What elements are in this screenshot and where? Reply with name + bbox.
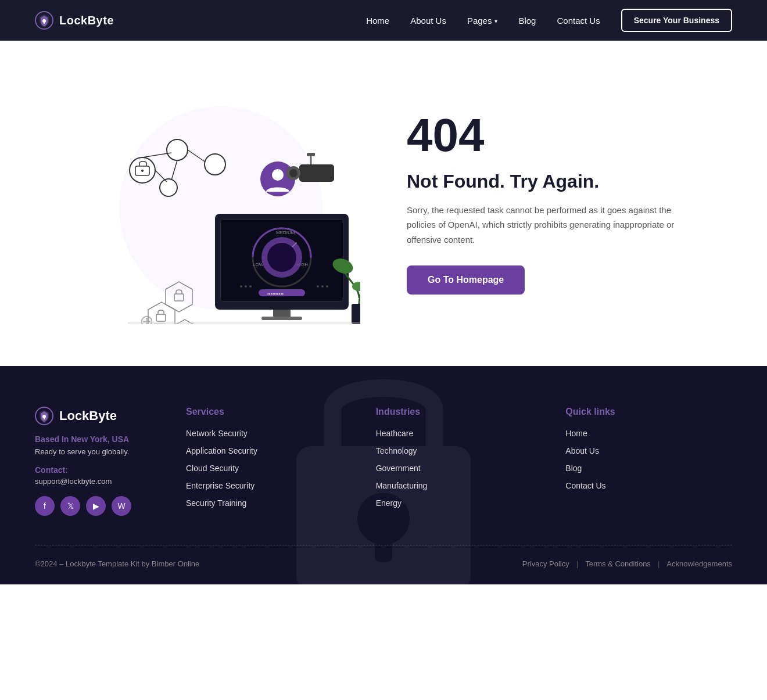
footer-service-training[interactable]: Security Training	[186, 498, 353, 508]
terms-conditions-link[interactable]: Terms & Conditions	[585, 559, 651, 568]
footer-contact-label: Contact:	[35, 465, 163, 475]
footer-industry-healthcare[interactable]: Heathcare	[376, 429, 543, 438]
svg-marker-47	[171, 320, 198, 324]
footer-email: support@lockbyte.com	[35, 477, 163, 486]
svg-text:••••••••••: ••••••••••	[267, 291, 284, 296]
footer-industry-technology[interactable]: Technology	[376, 446, 543, 455]
svg-rect-63	[44, 418, 45, 419]
go-to-homepage-button[interactable]: Go To Homepage	[407, 265, 525, 295]
footer-service-enterprise[interactable]: Enterprise Security	[186, 481, 353, 490]
footer-divider	[35, 545, 732, 545]
logo[interactable]: LockByte	[35, 11, 114, 30]
footer-industry-energy[interactable]: Energy	[376, 498, 543, 508]
footer-brand-column: LockByte Based In New York, USA Ready to…	[35, 407, 163, 516]
footer-industry-government[interactable]: Government	[376, 464, 543, 473]
svg-rect-16	[299, 164, 334, 182]
main-nav: Home About Us Pages ▾ Blog Contact Us Se…	[366, 9, 732, 32]
youtube-icon[interactable]: ▶	[86, 496, 106, 516]
nav-pages[interactable]: Pages ▾	[467, 16, 498, 26]
footer-logo[interactable]: LockByte	[35, 407, 163, 425]
svg-rect-41	[273, 310, 291, 317]
404-illustration: LOW MEDIUM HIGH ••••••••••	[81, 80, 360, 324]
error-area: 404 Not Found. Try Again. Sorry, the req…	[407, 112, 686, 295]
footer-industries-title: Industries	[376, 407, 543, 417]
footer-legal-links: Privacy Policy | Terms & Conditions | Ac…	[522, 559, 732, 568]
svg-rect-42	[261, 317, 302, 320]
footer-copyright: ©2024 – Lockbyte Template Kit by Bimber …	[35, 559, 199, 568]
svg-text:MEDIUM: MEDIUM	[276, 230, 295, 235]
svg-rect-2	[44, 22, 45, 24]
footer-quicklinks-title: Quick links	[565, 407, 732, 417]
legal-sep-1: |	[576, 559, 578, 568]
footer-logo-icon	[35, 407, 53, 425]
svg-rect-20	[307, 153, 315, 156]
wordpress-icon[interactable]: W	[112, 496, 131, 516]
facebook-icon[interactable]: f	[35, 496, 55, 516]
nav-contact[interactable]: Contact Us	[557, 16, 600, 26]
secure-business-button[interactable]: Secure Your Business	[621, 9, 732, 32]
header: LockByte Home About Us Pages ▾ Blog Cont…	[0, 0, 767, 41]
svg-point-39	[321, 285, 324, 288]
footer-quicklink-contact[interactable]: Contact Us	[565, 481, 732, 490]
footer-industry-manufacturing[interactable]: Manufacturing	[376, 481, 543, 490]
footer-quicklink-blog[interactable]: Blog	[565, 464, 732, 473]
svg-point-7	[160, 179, 177, 196]
illustration-area: LOW MEDIUM HIGH ••••••••••	[81, 80, 360, 326]
svg-point-38	[317, 285, 319, 288]
svg-rect-46	[156, 314, 166, 321]
chevron-down-icon: ▾	[494, 18, 497, 24]
footer-service-application[interactable]: Application Security	[186, 446, 353, 455]
footer-industries-column: Industries Heathcare Technology Governme…	[376, 407, 543, 516]
svg-point-32	[267, 243, 296, 272]
error-description: Sorry, the requested task cannot be perf…	[407, 203, 686, 247]
twitter-icon[interactable]: 𝕏	[60, 496, 80, 516]
error-code: 404	[407, 112, 686, 159]
svg-point-40	[326, 285, 328, 288]
svg-rect-53	[352, 304, 360, 324]
logo-text: LockByte	[59, 14, 114, 27]
footer-service-cloud[interactable]: Cloud Security	[186, 464, 353, 473]
footer-tagline: Ready to serve you globally.	[35, 447, 163, 456]
footer-quicklinks-column: Quick links Home About Us Blog Contact U…	[565, 407, 732, 516]
footer-service-network[interactable]: Network Security	[186, 429, 353, 438]
legal-sep-2: |	[658, 559, 660, 568]
error-title: Not Found. Try Again.	[407, 170, 686, 192]
svg-point-36	[245, 285, 247, 288]
svg-point-13	[141, 170, 144, 172]
svg-point-18	[289, 169, 298, 177]
svg-point-15	[272, 169, 284, 181]
footer-logo-text: LockByte	[59, 408, 117, 423]
svg-point-35	[240, 285, 242, 288]
acknowledgements-link[interactable]: Acknowledgements	[666, 559, 732, 568]
footer-quicklink-about[interactable]: About Us	[565, 446, 732, 455]
logo-icon	[35, 11, 53, 30]
svg-point-5	[167, 139, 188, 160]
social-icons: f 𝕏 ▶ W	[35, 496, 163, 516]
footer-services-column: Services Network Security Application Se…	[186, 407, 353, 516]
nav-blog[interactable]: Blog	[518, 16, 536, 26]
footer-quicklink-home[interactable]: Home	[565, 429, 732, 438]
footer-services-title: Services	[186, 407, 353, 417]
footer-bottom: ©2024 – Lockbyte Template Kit by Bimber …	[35, 559, 732, 584]
svg-text:LOW: LOW	[253, 262, 264, 267]
nav-home[interactable]: Home	[366, 16, 389, 26]
svg-point-37	[249, 285, 252, 288]
nav-about[interactable]: About Us	[410, 16, 446, 26]
footer: LockByte Based In New York, USA Ready to…	[0, 366, 767, 584]
main-content: LOW MEDIUM HIGH ••••••••••	[0, 41, 767, 366]
svg-text:⊕: ⊕	[139, 311, 154, 324]
footer-location: Based In New York, USA	[35, 435, 163, 444]
svg-point-6	[205, 154, 225, 175]
privacy-policy-link[interactable]: Privacy Policy	[522, 559, 569, 568]
footer-columns: LockByte Based In New York, USA Ready to…	[35, 407, 732, 545]
